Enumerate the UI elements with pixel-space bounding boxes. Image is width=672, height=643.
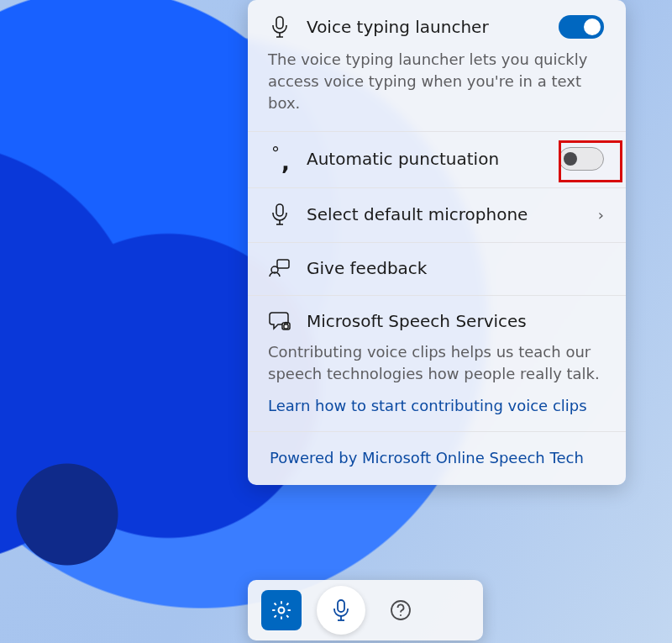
svg-rect-2 xyxy=(277,260,289,268)
speech-services-section: Microsoft Speech Services Contributing v… xyxy=(248,296,626,431)
powered-by-link[interactable]: Powered by Microsoft Online Speech Tech xyxy=(270,449,584,466)
speech-services-row: Microsoft Speech Services xyxy=(268,311,604,331)
voice-typing-settings-panel: Voice typing launcher The voice typing l… xyxy=(248,0,626,485)
microphone-button[interactable] xyxy=(317,586,365,635)
microphone-icon xyxy=(332,598,350,622)
help-icon xyxy=(389,598,412,622)
select-default-microphone-label: Select default microphone xyxy=(307,204,583,224)
select-default-microphone-section: Select default microphone › xyxy=(248,188,626,243)
feedback-icon xyxy=(268,259,291,277)
microphone-icon xyxy=(268,16,291,38)
give-feedback-section: Give feedback xyxy=(248,243,626,296)
svg-rect-0 xyxy=(276,17,283,29)
speech-services-description: Contributing voice clips helps us teach … xyxy=(268,341,604,385)
help-button[interactable] xyxy=(381,590,421,630)
speech-services-label: Microsoft Speech Services xyxy=(307,311,604,331)
svg-point-9 xyxy=(400,614,402,616)
give-feedback-label: Give feedback xyxy=(307,258,604,278)
punctuation-icon: °, xyxy=(268,148,291,170)
gear-icon xyxy=(270,599,292,621)
automatic-punctuation-section: °, Automatic punctuation xyxy=(248,132,626,188)
svg-point-6 xyxy=(279,608,285,614)
svg-rect-1 xyxy=(276,204,283,216)
voice-typing-toolbar xyxy=(248,580,483,640)
automatic-punctuation-toggle[interactable] xyxy=(559,147,604,171)
voice-typing-launcher-toggle[interactable] xyxy=(559,15,604,39)
desktop-background: Voice typing launcher The voice typing l… xyxy=(0,0,672,643)
voice-typing-launcher-label: Voice typing launcher xyxy=(307,17,543,37)
microphone-icon xyxy=(268,203,291,225)
settings-button[interactable] xyxy=(261,590,302,630)
contributing-voice-clips-link[interactable]: Learn how to start contributing voice cl… xyxy=(268,397,587,414)
panel-footer: Powered by Microsoft Online Speech Tech xyxy=(248,431,626,485)
chevron-right-icon: › xyxy=(598,206,604,224)
voice-typing-launcher-row[interactable]: Voice typing launcher xyxy=(268,15,604,39)
svg-point-8 xyxy=(391,601,410,619)
automatic-punctuation-row[interactable]: °, Automatic punctuation xyxy=(268,147,604,171)
give-feedback-row[interactable]: Give feedback xyxy=(268,258,604,278)
speech-bubble-lock-icon xyxy=(268,311,291,331)
voice-typing-launcher-description: The voice typing launcher lets you quick… xyxy=(268,49,604,114)
voice-typing-launcher-section: Voice typing launcher The voice typing l… xyxy=(248,0,626,132)
select-default-microphone-row[interactable]: Select default microphone › xyxy=(268,203,604,225)
automatic-punctuation-label: Automatic punctuation xyxy=(307,149,543,169)
svg-rect-7 xyxy=(338,600,344,612)
